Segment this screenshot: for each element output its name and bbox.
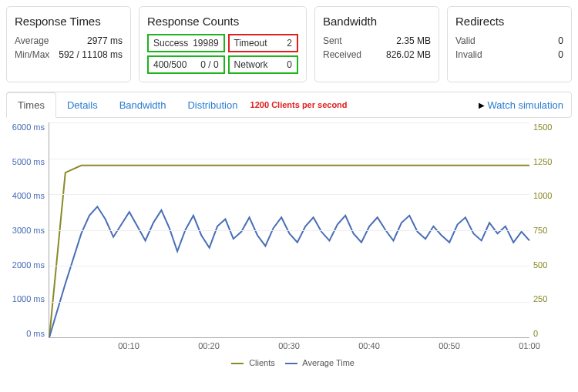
card-title: Response Counts [147, 15, 298, 28]
metric-label: Received [323, 49, 361, 60]
card-title: Redirects [455, 15, 563, 28]
metric-label: Min/Max [15, 49, 49, 60]
chart-legend: Clients Average Time [6, 358, 572, 367]
watch-simulation-link[interactable]: ▶ Watch simulation [479, 99, 572, 111]
card-title: Response Times [15, 15, 123, 28]
x-axis: 00:1000:2000:3000:4000:5001:00 [49, 341, 529, 353]
response-times-card: Response Times Average 2977 ms Min/Max 5… [6, 6, 131, 82]
count-success: Success 19989 [147, 34, 225, 52]
count-errors: 400/500 0 / 0 [147, 55, 225, 74]
response-counts-card: Response Counts Success 19989 Timeout 2 … [139, 6, 307, 82]
tab-bandwidth[interactable]: Bandwidth [109, 93, 177, 117]
metric-label: Valid [455, 35, 476, 46]
redirects-card: Redirects Valid 0 Invalid 0 [447, 6, 572, 82]
tab-details[interactable]: Details [56, 93, 109, 117]
count-network: Network 0 [228, 55, 298, 74]
metric-value: 2.35 MB [396, 35, 431, 46]
play-icon: ▶ [479, 101, 485, 109]
legend-swatch-clients [231, 363, 244, 364]
plot-area [49, 122, 529, 338]
metric-row: Invalid 0 [455, 48, 563, 62]
card-title: Bandwidth [323, 15, 431, 28]
metric-row: Min/Max 592 / 11108 ms [15, 48, 123, 62]
y-axis-right: 1500125010007505002500 [533, 122, 572, 338]
metric-value: 592 / 11108 ms [59, 49, 123, 60]
bandwidth-card: Bandwidth Sent 2.35 MB Received 826.02 M… [314, 6, 439, 82]
tab-times[interactable]: Times [6, 92, 56, 118]
times-chart: 6000 ms5000 ms4000 ms3000 ms2000 ms1000 … [6, 122, 572, 353]
count-timeout: Timeout 2 [228, 34, 298, 52]
metric-row: Average 2977 ms [15, 34, 123, 48]
metric-value: 826.02 MB [386, 49, 431, 60]
tab-bar: Times Details Bandwidth Distribution 120… [6, 92, 572, 118]
legend-label: Average Time [302, 358, 355, 367]
y-axis-left: 6000 ms5000 ms4000 ms3000 ms2000 ms1000 … [6, 122, 45, 338]
tab-distribution[interactable]: Distribution [176, 93, 248, 117]
metric-label: Invalid [455, 49, 482, 60]
metric-label: Average [15, 35, 49, 46]
metric-value: 2977 ms [87, 35, 123, 46]
legend-swatch-avg [285, 363, 297, 364]
metric-value: 0 [558, 49, 563, 60]
metric-row: Sent 2.35 MB [323, 34, 431, 48]
clients-per-second-note: 1200 Clients per second [250, 100, 348, 109]
legend-label: Clients [249, 358, 275, 367]
metric-value: 0 [558, 35, 563, 46]
metric-row: Valid 0 [455, 34, 563, 48]
metric-label: Sent [323, 35, 342, 46]
metric-row: Received 826.02 MB [323, 48, 431, 62]
